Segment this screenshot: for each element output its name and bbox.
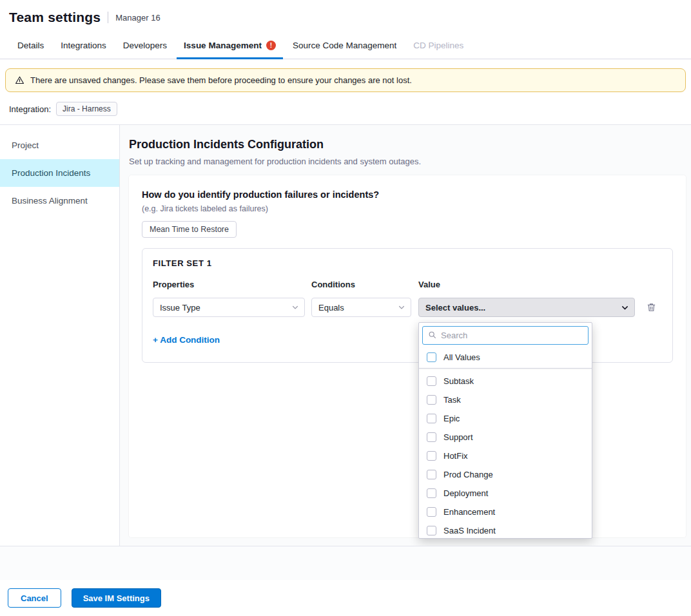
option-label: SaaS Incident: [443, 526, 496, 535]
option-checkbox[interactable]: [427, 488, 436, 498]
option-task[interactable]: Task: [419, 390, 592, 409]
tab-source-code-management[interactable]: Source Code Management: [284, 32, 405, 59]
unsaved-changes-banner: There are unsaved changes. Please save t…: [5, 68, 686, 92]
filter-set-card: FILTER SET 1 Properties Conditions Value…: [142, 248, 673, 363]
question-hint: (e.g. Jira tickets labeled as failures): [142, 204, 673, 213]
option-checkbox[interactable]: [427, 395, 436, 405]
sidebar-item-business-alignment[interactable]: Business Alignment: [0, 187, 119, 215]
title-divider: [108, 12, 108, 23]
metric-chip[interactable]: Mean Time to Restore: [142, 221, 237, 238]
tab-details[interactable]: Details: [9, 32, 52, 59]
tab-label: Issue Management: [184, 41, 262, 50]
option-checkbox[interactable]: [427, 507, 436, 517]
option-support[interactable]: Support: [419, 428, 592, 447]
tab-label: Integrations: [61, 41, 106, 50]
option-label: Task: [443, 395, 461, 405]
option-label: All Values: [443, 352, 480, 362]
option-label: HotFix: [443, 451, 468, 461]
option-saas-incident[interactable]: SaaS Incident: [419, 521, 592, 539]
all-values-checkbox[interactable]: [427, 352, 436, 362]
conditions-column-label: Conditions: [311, 280, 411, 289]
property-select-value: Issue Type: [160, 303, 200, 313]
option-label: Prod Change: [443, 470, 493, 479]
tab-label: Developers: [123, 41, 167, 50]
chevron-down-icon: [291, 303, 299, 311]
integration-chip[interactable]: Jira - Harness: [56, 102, 117, 116]
sidebar-item-production-incidents[interactable]: Production Incidents: [0, 159, 119, 187]
bottom-spacer: [0, 546, 691, 580]
section-subtitle: Set up tracking and management for produ…: [129, 157, 686, 166]
warning-triangle-icon: [15, 75, 24, 85]
page-subtitle: Manager 16: [115, 13, 160, 23]
tab-label: Source Code Management: [293, 41, 396, 50]
integration-label: Integration:: [9, 104, 51, 114]
section-title: Production Incidents Configuration: [129, 138, 686, 151]
question-heading: How do you identify production failures …: [142, 189, 673, 200]
option-checkbox[interactable]: [427, 451, 436, 461]
footer-bar: Cancel Save IM Settings: [0, 580, 691, 616]
value-dropdown-panel: All Values Subtask Task: [418, 322, 592, 539]
condition-select-value: Equals: [318, 303, 344, 313]
tab-cd-pipelines: CD Pipelines: [405, 32, 472, 59]
value-select-wrapper: Select values...: [418, 298, 635, 317]
chevron-down-icon: [621, 303, 629, 312]
option-hotfix[interactable]: HotFix: [419, 447, 592, 465]
tab-label: CD Pipelines: [413, 41, 463, 50]
banner-text: There are unsaved changes. Please save t…: [30, 75, 412, 85]
sidebar-item-project[interactable]: Project: [0, 131, 119, 159]
search-icon: [428, 330, 436, 342]
unsaved-changes-badge-icon: !: [266, 41, 276, 50]
option-label: Support: [443, 432, 473, 442]
option-epic[interactable]: Epic: [419, 409, 592, 428]
delete-filter-icon[interactable]: [644, 300, 659, 315]
option-all-values[interactable]: All Values: [419, 348, 592, 369]
option-label: Epic: [443, 414, 460, 423]
option-checkbox[interactable]: [427, 432, 436, 442]
dropdown-search-input[interactable]: [441, 331, 583, 340]
properties-column-label: Properties: [153, 280, 305, 289]
content-area: Project Production Incidents Business Al…: [0, 124, 691, 546]
page-header: Team settings Manager 16: [0, 0, 691, 32]
tab-bar: Details Integrations Developers Issue Ma…: [0, 32, 691, 59]
cancel-button[interactable]: Cancel: [8, 588, 61, 608]
option-deployment[interactable]: Deployment: [419, 484, 592, 503]
page-title: Team settings: [9, 10, 101, 25]
value-select[interactable]: Select values...: [418, 298, 635, 317]
option-label: Deployment: [443, 488, 488, 498]
option-checkbox[interactable]: [427, 526, 436, 535]
option-label: Enhancement: [443, 507, 495, 517]
value-column-label: Value: [418, 280, 635, 289]
filter-row: Issue Type Equals Select values..: [153, 298, 662, 317]
tab-developers[interactable]: Developers: [115, 32, 175, 59]
save-im-settings-button[interactable]: Save IM Settings: [72, 588, 161, 608]
filter-column-headers: Properties Conditions Value: [153, 280, 662, 289]
tab-integrations[interactable]: Integrations: [52, 32, 115, 59]
option-checkbox[interactable]: [427, 376, 436, 386]
tab-label: Details: [17, 41, 44, 50]
option-label: Subtask: [443, 376, 474, 386]
main-panel: Production Incidents Configuration Set u…: [120, 125, 691, 546]
option-prod-change[interactable]: Prod Change: [419, 465, 592, 484]
chevron-down-icon: [398, 303, 405, 311]
integration-row: Integration: Jira - Harness: [0, 99, 691, 124]
condition-select[interactable]: Equals: [311, 298, 411, 317]
property-select[interactable]: Issue Type: [153, 298, 305, 317]
settings-sidebar: Project Production Incidents Business Al…: [0, 125, 120, 546]
option-subtask[interactable]: Subtask: [419, 372, 592, 390]
filter-set-title: FILTER SET 1: [153, 258, 662, 268]
value-select-placeholder: Select values...: [425, 303, 485, 313]
option-checkbox[interactable]: [427, 414, 436, 423]
option-enhancement[interactable]: Enhancement: [419, 503, 592, 521]
add-condition-button[interactable]: + Add Condition: [153, 335, 220, 345]
tab-issue-management[interactable]: Issue Management !: [175, 32, 284, 59]
option-checkbox[interactable]: [427, 470, 436, 479]
dropdown-search-box: [422, 326, 589, 345]
configuration-card: How do you identify production failures …: [129, 175, 686, 537]
